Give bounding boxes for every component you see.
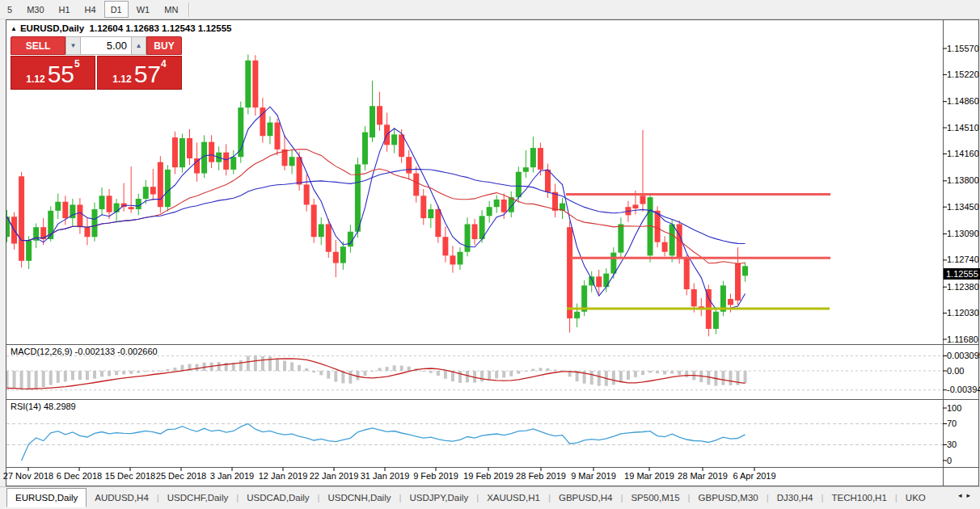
current-price-tag: 1.12555 bbox=[944, 268, 980, 280]
macd-indicator-label: MACD(12,26,9) -0.002133 -0.002660 bbox=[11, 347, 158, 356]
sell-price-pip: 5 bbox=[74, 57, 80, 69]
macd-values: -0.002133 -0.002660 bbox=[74, 347, 157, 356]
buy-price-prefix: 1.12 bbox=[112, 74, 131, 85]
rsi-axis-label: 0 bbox=[947, 456, 979, 465]
chevron-up-icon: ▲ bbox=[136, 42, 142, 49]
chart-tab-dj30[interactable]: DJ30,H4 bbox=[769, 489, 822, 507]
chart-tab-uko[interactable]: UKO bbox=[898, 489, 934, 507]
volume-input[interactable]: 5.00 bbox=[81, 36, 131, 55]
sell-price-prefix: 1.12 bbox=[26, 74, 44, 85]
tab-scroll-arrows[interactable]: ◂▸ bbox=[958, 491, 975, 499]
window-marker-icon: ▲ bbox=[11, 25, 17, 32]
chart-tab-eurusd[interactable]: EURUSD,Daily bbox=[6, 488, 87, 507]
volume-increase-button[interactable]: ▲ bbox=[131, 36, 146, 55]
rsi-axis-label: 30 bbox=[947, 440, 979, 449]
macd-axis-label: 0.003095 bbox=[947, 351, 979, 360]
chart-tab-gbpusd[interactable]: GBPUSD,M30 bbox=[691, 489, 767, 507]
chart-tab-sp500[interactable]: SP500,M15 bbox=[623, 489, 687, 507]
buy-price-pip: 4 bbox=[161, 57, 167, 69]
chart-tab-usdcnh[interactable]: USDCNH,Daily bbox=[320, 489, 399, 507]
price-axis-label: 1.14860 bbox=[947, 96, 979, 106]
price-axis-label: 1.12030 bbox=[947, 308, 979, 318]
sell-price-display[interactable]: 1.12 55 5 bbox=[11, 56, 95, 90]
buy-button[interactable]: BUY bbox=[146, 36, 182, 55]
date-axis-label: 6 Apr 2019 bbox=[724, 471, 785, 481]
rsi-axis-label: 70 bbox=[947, 419, 979, 428]
macd-axis-label: 0.00 bbox=[947, 366, 979, 376]
chart-tab-xauusd[interactable]: XAUUSD,H1 bbox=[479, 489, 548, 507]
buy-price-display[interactable]: 1.12 57 4 bbox=[97, 56, 182, 90]
chart-tab-gbpusd[interactable]: GBPUSD,H4 bbox=[551, 489, 620, 507]
chart-tab-usdchf[interactable]: USDCHF,Daily bbox=[159, 489, 236, 507]
date-axis-label: 19 Mar 2019 bbox=[619, 471, 680, 481]
price-axis-label: 1.15570 bbox=[947, 44, 979, 53]
price-axis-label: 1.11680 bbox=[947, 334, 979, 344]
chart-tab-bar: EURUSD,DailyAUDUSD,H4|USDCHF,Daily|USDCA… bbox=[0, 486, 980, 508]
price-axis-label: 1.12380 bbox=[947, 282, 979, 292]
scroll-left-icon[interactable]: ◂ bbox=[958, 491, 967, 499]
price-axis-label: 1.12740 bbox=[947, 254, 979, 264]
chart-tab-usdjpy[interactable]: USDJPY,Daily bbox=[401, 489, 476, 507]
date-axis-label: 9 Mar 2019 bbox=[563, 471, 624, 481]
price-axis-label: 1.15220 bbox=[947, 69, 979, 79]
price-axis-label: 1.13450 bbox=[947, 202, 979, 212]
scroll-right-icon[interactable]: ▸ bbox=[966, 491, 975, 499]
sell-price-main: 55 bbox=[48, 62, 74, 86]
price-axis-label: 1.13090 bbox=[947, 229, 979, 238]
volume-decrease-button[interactable]: ▼ bbox=[65, 36, 81, 55]
price-axis-label: 1.14160 bbox=[947, 149, 979, 158]
rsi-value: 48.2989 bbox=[44, 402, 76, 411]
macd-axis-label: -0.003947 bbox=[947, 385, 979, 394]
price-axis-label: 1.13800 bbox=[947, 175, 979, 185]
one-click-trading-widget: SELL ▼ 5.00 ▲ BUY 1.12 55 5 1.12 57 4 bbox=[11, 36, 182, 90]
chart-ohlc-values: 1.12604 1.12683 1.12543 1.12555 bbox=[90, 23, 232, 33]
sell-button[interactable]: SELL bbox=[11, 36, 65, 55]
chart-symbol-label: EURUSD,Daily bbox=[20, 23, 84, 33]
price-axis-label: 1.14510 bbox=[947, 123, 979, 133]
chart-title: ▲EURUSD,Daily 1.12604 1.12683 1.12543 1.… bbox=[11, 23, 231, 33]
chart-tab-audusd[interactable]: AUDUSD,H4 bbox=[87, 489, 156, 507]
chart-tab-usdcad[interactable]: USDCAD,Daily bbox=[239, 489, 317, 507]
buy-price-main: 57 bbox=[134, 62, 161, 86]
rsi-axis-label: 100 bbox=[947, 403, 979, 413]
rsi-indicator-label: RSI(14) 48.2989 bbox=[11, 402, 76, 411]
chart-tab-tech100[interactable]: TECH100,H1 bbox=[823, 489, 894, 507]
chevron-down-icon: ▼ bbox=[70, 42, 77, 49]
